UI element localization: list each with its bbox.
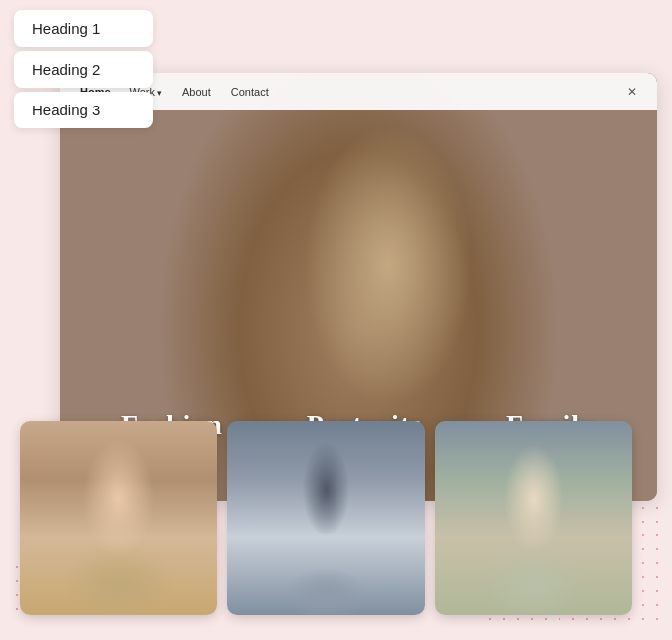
photo-3-image [435, 421, 632, 615]
heading-panel: Heading 1 Heading 2 Heading 3 [14, 10, 153, 128]
nav-about[interactable]: About [182, 86, 211, 98]
photo-card-3[interactable] [435, 421, 632, 615]
heading-3-item[interactable]: Heading 3 [14, 92, 153, 128]
twitter-icon[interactable]: ✕ [627, 85, 637, 99]
heading-2-item[interactable]: Heading 2 [14, 51, 153, 88]
photo-grid [20, 421, 632, 615]
heading-1-item[interactable]: Heading 1 [14, 10, 153, 47]
photo-card-2[interactable] [227, 421, 424, 615]
photo-card-1[interactable] [20, 421, 217, 615]
photo-1-image [20, 421, 217, 615]
photo-2-image [227, 421, 424, 615]
nav-contact[interactable]: Contact [231, 86, 269, 98]
nav-work-arrow: ▾ [157, 88, 162, 98]
